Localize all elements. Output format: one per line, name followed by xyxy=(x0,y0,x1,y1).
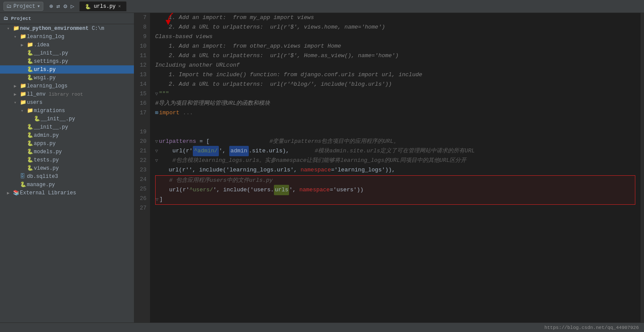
code-line-15: ▽ """ xyxy=(155,89,635,99)
tree-item-learning-log[interactable]: ▾ 📁 learning_log xyxy=(0,32,134,41)
line-num-18 xyxy=(138,118,146,127)
editor-content: 7 8 9 10 11 12 13 14 15 16 17 19 20 21 2… xyxy=(134,13,644,322)
tree-item-init-py-1[interactable]: 🐍 __init__.py xyxy=(0,49,134,57)
line-num-25: 25 xyxy=(138,184,146,194)
code-line-14: 2. Add a URL to urlpatterns: url(r'^blog… xyxy=(155,80,635,89)
sync-icon[interactable]: ⇄ xyxy=(56,3,60,10)
sidebar-title-label: Project xyxy=(11,16,31,21)
tab-close-button[interactable]: × xyxy=(118,4,121,9)
line-20-comment: #变量urlpatterns包含项目中的应用程序的URL。 xyxy=(236,137,399,146)
tree-item-learning-logs[interactable]: ▶ 📁 learning_logs xyxy=(0,82,134,90)
tree-item-users[interactable]: ▾ 📁 users xyxy=(0,98,134,106)
tree-label: External Libraries xyxy=(20,190,134,196)
line-23-text: url(r'', include('learning_logs.urls', n… xyxy=(155,165,395,175)
code-line-11: 2. Add a URL to urlpatterns: url(r'$', H… xyxy=(155,51,635,61)
py-icon: 🐍 xyxy=(27,74,34,81)
line-num-23: 23 xyxy=(138,165,146,175)
folder-icon: 📁 xyxy=(27,107,34,114)
line-21-comment: #模块admin.site.urls定义了可在管理网站中请求的所有URL xyxy=(298,146,475,156)
line-numbers: 7 8 9 10 11 12 13 14 15 16 17 19 20 21 2… xyxy=(134,13,150,322)
tree-item-db-sqlite3[interactable]: 🗄 db.sqlite3 xyxy=(0,172,134,181)
tree-item-apps-py[interactable]: 🐍 apps.py xyxy=(0,139,134,148)
tree-label: __init__.py xyxy=(34,124,134,130)
urls-py-tab[interactable]: 🐍 urls.py × xyxy=(79,1,126,11)
line-num-10: 10 xyxy=(138,42,146,51)
tree-item-tests-py[interactable]: 🐍 tests.py xyxy=(0,156,134,164)
tree-item-ll-env[interactable]: ▶ 📁 ll_env library root xyxy=(0,90,134,98)
line-24-comment: # 包含应用程序users中的文件urls.py xyxy=(156,176,273,185)
fold-marker-15[interactable]: ▽ xyxy=(155,89,158,99)
line-12-text: Including another URLconf xyxy=(155,61,240,70)
py-icon: 🐍 xyxy=(34,116,41,122)
line-num-20: 20 xyxy=(138,137,146,146)
tree-label: .idea xyxy=(34,42,134,48)
tree-label: __init__.py xyxy=(34,50,134,56)
sidebar-project-icon: 🗂 xyxy=(3,16,11,21)
dropdown-arrow: ▾ xyxy=(37,3,40,10)
main-area: 🗂 Project ▾ 📁 new_python_environment C:\… xyxy=(0,13,644,322)
red-arrow-annotation xyxy=(164,13,198,27)
line-num-9: 9 xyxy=(138,32,146,42)
fold-marker-22[interactable]: ▽ xyxy=(155,156,158,165)
line-16-text: #导入为项目和管理网站管理URL的函数和模块 xyxy=(155,99,270,108)
line-num-26: 26 xyxy=(138,194,146,203)
arrow: ▾ xyxy=(7,26,13,31)
settings-icon[interactable]: ⚙ xyxy=(64,3,67,10)
project-dropdown[interactable]: 🗂 Project ▾ xyxy=(3,2,43,11)
line-11-text: 2. Add a URL to urlpatterns: url(r'$', H… xyxy=(155,51,399,61)
tree-label: views.py xyxy=(34,165,134,171)
more-icon[interactable]: ▷ xyxy=(71,3,74,10)
tree-item-manage-py[interactable]: 🐍 manage.py xyxy=(0,181,134,189)
fold-marker-26[interactable]: ▽ xyxy=(156,195,159,204)
code-line-8: 2. Add a URL to urlpatterns: url(r'$', v… xyxy=(155,23,635,32)
code-line-25: url(r'^users/', include('users.urls', na… xyxy=(156,185,635,195)
tree-item-migrations[interactable]: ▾ 📁 migrations xyxy=(0,106,134,115)
fold-marker-21[interactable]: ▽ xyxy=(155,146,158,156)
tree-item-models-py[interactable]: 🐍 models.py xyxy=(0,148,134,156)
arrow: ▶ xyxy=(21,42,27,48)
highlighted-block: # 包含应用程序users中的文件urls.py url(r'^users/',… xyxy=(155,175,635,205)
folder-icon: 📁 xyxy=(20,91,27,97)
fold-marker-17[interactable]: ⊞ xyxy=(155,108,158,118)
tree-item-external-libraries[interactable]: ▶ 📚 External Libraries xyxy=(0,189,134,197)
code-line-26: ▽ ] xyxy=(156,195,635,204)
sidebar: 🗂 Project ▾ 📁 new_python_environment C:\… xyxy=(0,13,134,322)
line-10-text: 1. Add an import: from other_app.views i… xyxy=(155,42,341,51)
tree-item-wsgi-py[interactable]: 🐍 wsgi.py xyxy=(0,74,134,82)
code-line-9: Class-based views xyxy=(155,32,635,42)
tree-label: apps.py xyxy=(34,141,134,147)
line-17-dots: ... xyxy=(179,108,193,118)
tree-item-views-py[interactable]: 🐍 views.py xyxy=(0,164,134,172)
line-num-15: 15 xyxy=(138,89,146,99)
tree-item-new-python-environment[interactable]: ▾ 📁 new_python_environment C:\m xyxy=(0,24,134,32)
line-num-21: 21 xyxy=(138,146,146,156)
code-content[interactable]: 1. Add an import: from my_app import vie… xyxy=(150,13,641,322)
project-icon: 🗂 xyxy=(7,3,12,10)
arrow: ▶ xyxy=(14,92,20,97)
line-17-import: import xyxy=(159,108,179,118)
tree-item-settings-py[interactable]: 🐍 settings.py xyxy=(0,57,134,65)
tree-item-admin-py[interactable]: 🐍 admin.py xyxy=(0,131,134,139)
tree-item-init-users[interactable]: 🐍 __init__.py xyxy=(0,123,134,131)
line-num-22: 22 xyxy=(138,156,146,165)
py-icon: 🐍 xyxy=(27,132,34,139)
tree-label: learning_log xyxy=(27,34,134,40)
line-26-bracket: ] xyxy=(159,195,163,204)
folder-icon: 📁 xyxy=(27,42,34,48)
db-icon: 🗄 xyxy=(20,173,27,180)
folder-icon: 📁 xyxy=(20,33,27,40)
tree-item-urls-py[interactable]: 🐍 urls.py xyxy=(0,65,134,74)
tree-label: db.sqlite3 xyxy=(27,174,134,180)
fold-marker-20[interactable]: ▽ xyxy=(155,137,158,146)
line-num-19: 19 xyxy=(138,127,146,137)
scrollbar-gutter[interactable] xyxy=(641,13,644,322)
tree-item-init-migrations[interactable]: 🐍 __init__.py xyxy=(0,115,134,123)
line-21-admin2: admin xyxy=(229,146,249,156)
project-label: Project xyxy=(13,3,35,10)
arrow: ▾ xyxy=(21,108,27,113)
add-icon[interactable]: ⊕ xyxy=(49,3,53,10)
top-bar-icons: ⊕ ⇄ ⚙ ▷ xyxy=(49,3,75,10)
tree-item-idea[interactable]: ▶ 📁 .idea xyxy=(0,41,134,49)
line-9-text: Class-based views xyxy=(155,32,213,42)
line-25-rest: ', namespace='users')) xyxy=(289,185,364,195)
